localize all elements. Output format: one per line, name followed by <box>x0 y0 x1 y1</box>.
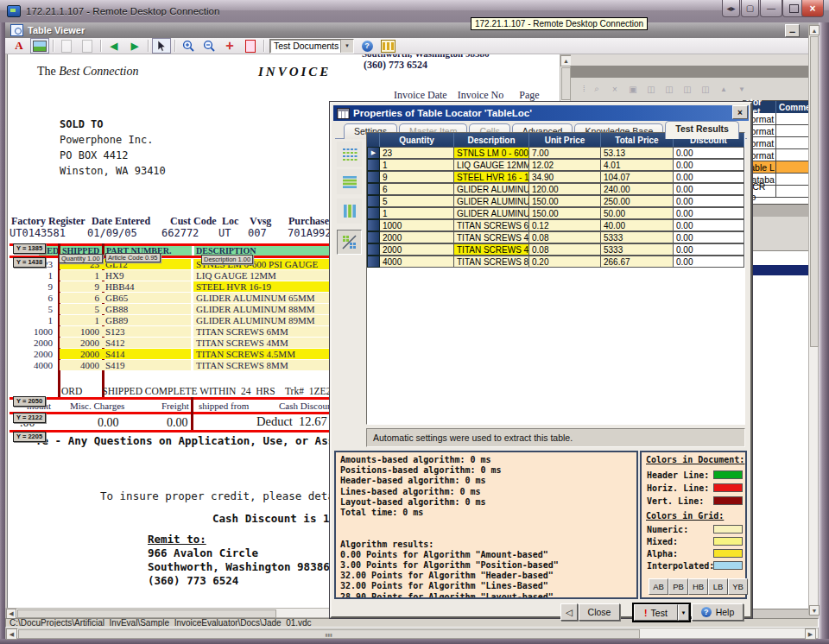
grid-column-header[interactable]: Unit Price <box>529 133 601 147</box>
view-mixed-button[interactable] <box>337 230 362 255</box>
prev-record-button[interactable]: ◁ <box>560 603 578 621</box>
results-grid[interactable]: Quantity Description Unit Price Total Pr… <box>366 132 745 425</box>
select-cursor-button[interactable] <box>152 38 171 54</box>
scrollbar-thumb[interactable] <box>561 67 571 100</box>
locator-row[interactable]: Format <box>744 113 818 125</box>
locator-row[interactable]: Format <box>744 125 818 137</box>
cells-grid-icon <box>342 148 358 161</box>
view-cells-button[interactable] <box>337 142 362 167</box>
scroll-left-icon[interactable]: ◀ <box>6 628 17 640</box>
zoom-out-button[interactable] <box>199 38 218 54</box>
sold-to-block: SOLD TO Powerphone Inc. PO BOX 4412 Wins… <box>60 117 166 179</box>
grid-row[interactable]: 2000 TITAN SCREWS 4 0.08 5333 0.00 <box>367 231 744 243</box>
grid-row[interactable]: 1 LIQ GAUGE 12MM 12.02 4.01 0.00 <box>367 159 744 171</box>
interpolated-swatch <box>713 561 743 570</box>
image-icon <box>33 41 47 52</box>
copy-icon[interactable]: ◫ <box>644 83 659 95</box>
grid-row[interactable]: 1000 TITAN SCREWS 6 0.12 40.00 0.00 <box>367 219 744 231</box>
image-mode-button[interactable] <box>30 38 49 54</box>
grid-column-header[interactable]: Quantity <box>380 133 454 147</box>
scroll-up-icon[interactable]: ▲ <box>809 25 820 35</box>
row-marker: ▶ <box>367 147 380 159</box>
viewer-minimize-button[interactable]: ▁ <box>785 24 800 37</box>
algo-button-ab[interactable]: AB <box>649 578 668 595</box>
grid-row[interactable]: 9 STEEL HVR 16 - 19 34.90 104.07 0.00 <box>367 171 744 183</box>
scrollbar-thumb[interactable] <box>810 36 819 347</box>
test-dropdown-button[interactable]: ▼ <box>678 604 689 621</box>
letter-a-icon: A <box>15 39 22 53</box>
window-border-bottom <box>0 639 829 644</box>
help-button[interactable]: ? <box>358 38 377 54</box>
close-button[interactable]: × <box>801 0 824 17</box>
note-line: fe - Any Questions on Application, Use, … <box>35 434 367 447</box>
diagonal-split-icon <box>341 234 358 250</box>
rotate-right-button[interactable]: ▶ <box>125 38 144 54</box>
rotate-left-button[interactable]: ◀ <box>104 38 123 54</box>
rows-icon <box>342 175 358 189</box>
locator-table[interactable]: ator Met Commen Format Format Format For… <box>743 100 819 205</box>
close-dialog-button[interactable]: Close <box>579 603 620 621</box>
stamp-icon[interactable]: ◫ <box>662 83 677 95</box>
move-up-icon[interactable]: ▲ <box>717 83 731 95</box>
move-down-icon[interactable]: ▼ <box>735 83 750 95</box>
columns-button[interactable] <box>378 38 397 54</box>
rdp-connection-info-button[interactable]: ◂▸ <box>722 0 740 17</box>
scrollbar-thumb[interactable] <box>17 609 276 618</box>
algo-button-lb[interactable]: LB <box>708 578 728 595</box>
horiz-line-swatch <box>713 483 743 492</box>
algo-button-pb[interactable]: PB <box>668 578 688 595</box>
stamp-run-icon[interactable]: ◫ <box>680 83 695 95</box>
grid-column-header[interactable]: Total Price <box>601 133 674 147</box>
scrollbar-thumb[interactable]: ▮▮▮ <box>18 629 640 639</box>
grid-row[interactable]: 5 GLIDER ALUMINU 150.00 250.00 0.00 <box>367 195 744 207</box>
dialog-close-button[interactable]: × <box>732 105 748 119</box>
chevron-down-icon[interactable]: ▼ <box>340 40 353 53</box>
viewer-titlebar[interactable]: Table Viewer ▁ <box>5 22 819 39</box>
help-dialog-button[interactable]: ? Help <box>692 603 744 621</box>
view-columns-button[interactable] <box>337 199 362 224</box>
app-hscrollbar[interactable]: ◀ ▮▮▮ ▶ <box>5 628 819 639</box>
field-confidence-label: Quantity 1.00 <box>59 254 103 263</box>
grid-row[interactable]: 1 GLIDER ALUMINU 150.00 50.00 0.00 <box>367 207 744 219</box>
main-vscrollbar[interactable]: ▲ ▼ <box>808 24 819 615</box>
test-button[interactable]: ! Test <box>634 604 678 621</box>
grid-row[interactable]: 6 GLIDER ALUMINU 120.00 240.00 0.00 <box>367 183 744 195</box>
rdp-titlebar[interactable]: 172.21.1.107 - Remote Desktop Connection <box>0 0 829 23</box>
scroll-right-icon[interactable]: ▶ <box>805 628 816 640</box>
y-marker: Y = 2205 <box>13 432 46 442</box>
chevron-down-icon: ▼ <box>681 610 687 616</box>
properties-icon[interactable]: ▣ <box>626 83 641 95</box>
stamp-all-icon[interactable]: ◫ <box>699 83 713 95</box>
zoom-in-button[interactable] <box>179 38 198 54</box>
locator-row[interactable]: Format <box>744 149 818 161</box>
next-page-button[interactable] <box>78 38 97 54</box>
delete-icon[interactable]: × <box>608 83 623 95</box>
toolbar-separator <box>100 40 101 52</box>
close-icon: × <box>809 3 815 15</box>
grid-row[interactable]: ▶ 23 STNLS LM 0 - 600 7.00 53.13 0.00 <box>367 147 744 159</box>
dialog-titlebar[interactable]: Properties of Table Locator 'TableLoc' <box>333 105 749 121</box>
view-rows-button[interactable] <box>337 169 362 194</box>
fit-page-button[interactable]: ✛ <box>220 38 239 54</box>
minimize-button[interactable]: — <box>760 0 782 17</box>
algo-button-yb[interactable]: YB <box>728 578 748 595</box>
text-mode-button[interactable]: A <box>9 38 28 54</box>
locator-row[interactable]: Format <box>744 137 818 149</box>
fit-width-button[interactable] <box>241 38 260 54</box>
prev-record-icon: ◁ <box>566 607 573 617</box>
table-locator-icon <box>337 108 350 119</box>
window-border-left <box>0 22 5 639</box>
prev-page-button[interactable] <box>57 38 76 54</box>
rdp-pin-button[interactable]: ▢ <box>741 0 759 17</box>
grid-row[interactable]: 4000 TITAN SCREWS 8 0.20 266.67 0.00 <box>367 256 744 268</box>
grid-row[interactable]: 2000 TITAN SCREWS 4. 0.08 5333 0.00 <box>367 243 744 256</box>
selected-item-bar[interactable] <box>747 265 814 275</box>
document-set-combobox[interactable]: Test Documents ▼ <box>269 39 354 54</box>
find-icon[interactable]: ⌕ <box>590 83 604 95</box>
locator-row-selected[interactable]: Table L <box>744 161 818 174</box>
scroll-down-icon[interactable]: ▼ <box>809 605 820 616</box>
grid-column-header[interactable]: Description <box>454 133 529 147</box>
algo-button-hb[interactable]: HB <box>688 578 708 595</box>
tab-test-results[interactable]: Test Results <box>665 121 739 139</box>
locator-row[interactable]: OCR Vo <box>744 186 818 198</box>
